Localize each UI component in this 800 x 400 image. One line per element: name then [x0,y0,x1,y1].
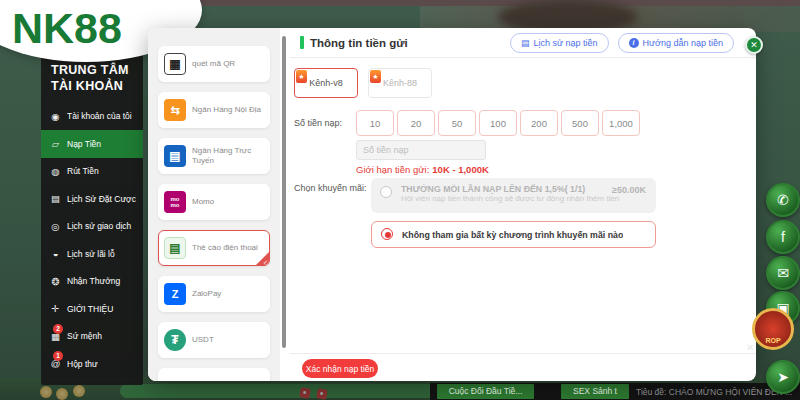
sidebar-item-label: Rút Tiền [67,166,99,176]
radio-checked[interactable] [381,228,393,240]
sidebar-item-label: GIỚI THIỆU [67,304,113,314]
payment-method-zalopay[interactable]: Z ZaloPay [158,276,270,312]
payment-method-qr[interactable]: ▦ quét mã QR [158,46,270,82]
deposit-panel-footer: Xác nhận nạp tiền [290,353,756,381]
amount-button-10[interactable]: 10 [356,110,394,136]
sidebar-item-bet-history[interactable]: ▤ Lịch Sử Đặt Cược [41,185,143,213]
deposit-limit-label: Giới hạn tiền gửi: [356,164,429,175]
drop-promo-badge[interactable]: ROP [752,308,794,350]
deposit-limit-value: 10K - 1,000K [432,164,489,175]
rewards-icon: ❂ [49,276,62,287]
channel-tabs: ★ Kênh-v8 ★ Kênh-88 [294,68,432,98]
sidebar-item-inbox[interactable]: @ 1 Hộp thư [41,350,143,378]
tab-channel-v8[interactable]: ★ Kênh-v8 [294,68,358,98]
sidebar-item-referral[interactable]: ✛ GIỚI THIỆU [41,295,143,323]
facebook-button[interactable]: f [766,220,800,254]
sidebar-title: TRUNG TÂM TÀI KHOẢN [41,58,143,103]
promo-options: THƯỞNG MỖI LẦN NẠP LÊN ĐẾN 1,5%( 1/1) Hộ… [371,178,656,248]
tab-channel-88[interactable]: ★ Kênh-88 [368,68,432,98]
amount-button-20[interactable]: 20 [397,110,435,136]
selected-check-icon: ✓ [256,252,269,265]
payment-method-online-bank[interactable]: ▤ Ngân Hàng Trực Tuyến [158,138,270,174]
promo-option-none[interactable]: Không tham gia bất kỳ chương trình khuyế… [371,221,656,248]
game-tile-label[interactable]: SEX Sảnh t [561,384,629,399]
deposit-history-label: Lịch sử nạp tiền [533,38,597,48]
sidebar-item-label: Lịch sử lãi lỗ [67,249,115,259]
game-tile-label[interactable]: Cuộc Đối Đầu Tiề... [437,384,534,399]
dismiss-promo-icon[interactable]: ✕ [746,342,754,353]
withdraw-icon: ◍ [49,166,62,177]
hot-badge-icon: ★ [370,70,381,83]
qr-code-icon: ▦ [164,53,186,75]
amount-button-500[interactable]: 500 [561,110,599,136]
deposit-panel: Thông tin tiền gửi ▤ Lịch sử nạp tiền i … [290,28,756,381]
close-modal-button[interactable]: ✕ [745,36,763,54]
mail-button[interactable]: ✉ [766,256,800,290]
deposit-history-button[interactable]: ▤ Lịch sử nạp tiền [510,33,609,53]
sidebar-item-label: Sứ mệnh [67,331,102,341]
radio-unchecked[interactable] [380,186,392,198]
zalopay-icon: Z [164,283,186,305]
amount-button-100[interactable]: 100 [479,110,517,136]
payment-method-usdt[interactable]: ₮ USDT [158,322,270,358]
deposit-amount-input[interactable] [356,140,486,160]
sidebar-item-withdraw[interactable]: ◍ Rút Tiền [41,158,143,186]
payment-method-label: USDT [192,335,214,345]
deposit-panel-header: Thông tin tiền gửi ▤ Lịch sử nạp tiền i … [290,28,756,58]
channel-tab-label: Kênh-v8 [309,78,343,88]
payment-method-label: quét mã QR [192,59,235,69]
promo-label: Chọn khuyến mãi: [294,183,367,193]
payment-method-momo[interactable]: mo mo Momo [158,184,270,220]
transaction-history-icon: ◎ [49,221,62,232]
mail-icon: ✉ [777,265,789,281]
channel-tab-label: Kênh-88 [383,78,417,88]
payment-method-phone-card[interactable]: ▤ Thẻ cào điện thoại ✓ [158,230,270,266]
deposit-limit: Giới hạn tiền gửi:10K - 1,000K [356,164,489,175]
sidebar-item-label: Nạp Tiền [67,139,101,149]
sidebar-item-rewards[interactable]: ❂ Nhận Thưởng [41,268,143,296]
payment-method-partial[interactable] [158,368,270,381]
account-icon: ◉ [49,111,62,122]
bet-history-icon: ▤ [49,193,62,204]
sidebar-item-missions[interactable]: ▦ 2 Sứ mệnh [41,323,143,351]
deposit-icon: ▱ [49,138,62,149]
telegram-button[interactable]: ➤ [766,360,800,394]
promo-subtitle: Hội viên nạp tiền thành công sẽ được tự … [401,194,636,203]
payment-method-list: ▦ quét mã QR ⇆ Ngân Hàng Nội Địa ▤ Ngân … [148,28,280,381]
sidebar-item-deposit[interactable]: ▱ Nạp Tiền [41,130,143,158]
amount-button-50[interactable]: 50 [438,110,476,136]
history-clipboard-icon: ▤ [521,38,530,48]
online-bank-icon: ▤ [164,145,186,167]
sidebar-item-my-account[interactable]: ◉ Tài khoản của tôi [41,103,143,131]
missions-badge: 2 [53,324,63,334]
deposit-modal: ▦ quét mã QR ⇆ Ngân Hàng Nội Địa ▤ Ngân … [148,28,756,381]
facebook-icon: f [781,229,785,245]
payment-method-domestic-bank[interactable]: ⇆ Ngân Hàng Nội Địa [158,92,270,128]
site-logo[interactable]: NK88 [12,4,122,53]
bottom-game-strip: Cuộc Đối Đầu Tiề... SEX Sảnh t Tiêu đề: … [430,383,800,400]
sidebar-item-label: Lịch Sử Đặt Cược [67,194,136,204]
referral-icon: ✛ [49,303,62,314]
promo-title: Không tham gia bất kỳ chương trình khuyế… [402,230,623,240]
deposit-guide-button[interactable]: i Hướng dẫn nạp tiền [618,33,734,53]
profit-loss-icon: ◒ [49,248,62,259]
sidebar-item-profit-loss[interactable]: ◒ Lịch sử lãi lỗ [41,240,143,268]
title-accent-bar [300,36,304,49]
modal-scrollbar[interactable] [282,36,286,348]
inbox-badge: 1 [53,351,63,361]
sidebar-item-label: Hộp thư [67,359,98,369]
payment-method-label: ZaloPay [192,289,221,299]
sidebar-item-label: Tài khoản của tôi [67,111,132,121]
support-chat-icon: ✆ [777,192,789,208]
confirm-deposit-button[interactable]: Xác nhận nạp tiền [302,359,378,378]
momo-icon: mo mo [164,191,186,213]
promo-option-bonus[interactable]: THƯỞNG MỖI LẦN NẠP LÊN ĐẾN 1,5%( 1/1) Hộ… [371,178,656,213]
support-chat-button[interactable]: ✆ [766,183,800,217]
payment-method-label: Thẻ cào điện thoại [192,243,258,253]
sidebar-item-transaction-history[interactable]: ◎ Lịch sử giao dịch [41,213,143,241]
promo-title: THƯỞNG MỖI LẦN NẠP LÊN ĐẾN 1,5%( 1/1) [401,184,601,194]
payment-method-label: Momo [192,197,214,207]
amount-button-200[interactable]: 200 [520,110,558,136]
account-sidebar: TRUNG TÂM TÀI KHOẢN ◉ Tài khoản của tôi … [41,54,143,385]
amount-button-1000[interactable]: 1,000 [602,110,640,136]
